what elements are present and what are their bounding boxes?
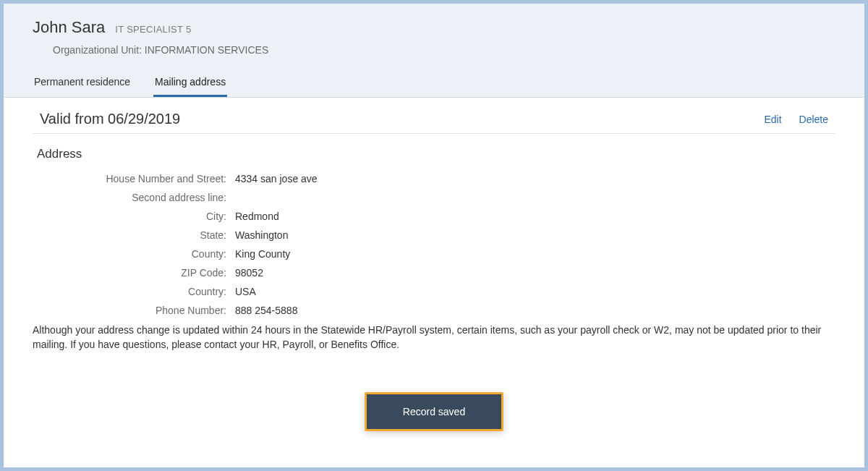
country-label: Country:	[33, 286, 235, 297]
field-country: Country: USA	[33, 286, 835, 297]
field-phone: Phone Number: 888 254-5888	[33, 305, 835, 316]
country-value: USA	[235, 286, 256, 297]
field-zip: ZIP Code: 98052	[33, 267, 835, 279]
house-number-value: 4334 san jose ave	[235, 173, 318, 184]
city-value: Redmond	[235, 211, 279, 222]
delete-link[interactable]: Delete	[799, 114, 828, 125]
phone-value: 888 254-5888	[235, 305, 297, 316]
valid-from-prefix: Valid from	[40, 111, 108, 127]
county-value: King County	[235, 248, 290, 260]
valid-from-row: Valid from 06/29/2019 Edit Delete	[33, 111, 835, 127]
tab-permanent-residence[interactable]: Permanent residence	[33, 72, 132, 97]
toast-container: Record saved	[33, 392, 835, 431]
phone-label: Phone Number:	[33, 305, 235, 316]
field-city: City: Redmond	[33, 211, 835, 222]
zip-value: 98052	[235, 267, 263, 279]
org-unit-label: Organizational Unit:	[53, 44, 142, 56]
content-section: Valid from 06/29/2019 Edit Delete Addres…	[4, 98, 864, 431]
org-unit-line: Organizational Unit: INFORMATION SERVICE…	[53, 44, 835, 56]
disclaimer-text: Although your address change is updated …	[33, 323, 835, 352]
valid-from-date: 06/29/2019	[108, 111, 180, 127]
state-value: Washington	[235, 229, 288, 241]
thin-divider	[33, 133, 835, 134]
person-name: John Sara	[33, 18, 105, 37]
second-line-label: Second address line:	[33, 192, 235, 203]
valid-from-text: Valid from 06/29/2019	[40, 111, 180, 127]
tab-mailing-address[interactable]: Mailing address	[153, 72, 227, 97]
field-state: State: Washington	[33, 229, 835, 241]
address-section-title: Address	[33, 147, 835, 161]
city-label: City:	[33, 211, 235, 222]
record-saved-toast: Record saved	[365, 392, 503, 431]
county-label: County:	[33, 248, 235, 260]
header-section: John Sara IT SPECIALIST 5 Organizational…	[4, 4, 864, 97]
org-unit-value: INFORMATION SERVICES	[145, 44, 268, 56]
state-label: State:	[33, 229, 235, 241]
actions: Edit Delete	[764, 114, 828, 125]
tabs: Permanent residence Mailing address	[33, 72, 835, 97]
field-second-line: Second address line:	[33, 192, 835, 203]
job-title: IT SPECIALIST 5	[115, 24, 191, 35]
field-house-number: House Number and Street: 4334 san jose a…	[33, 173, 835, 184]
edit-link[interactable]: Edit	[764, 114, 781, 125]
name-line: John Sara IT SPECIALIST 5	[33, 18, 835, 37]
field-county: County: King County	[33, 248, 835, 260]
house-number-label: House Number and Street:	[33, 173, 235, 184]
zip-label: ZIP Code:	[33, 267, 235, 279]
page-container: John Sara IT SPECIALIST 5 Organizational…	[4, 4, 864, 467]
